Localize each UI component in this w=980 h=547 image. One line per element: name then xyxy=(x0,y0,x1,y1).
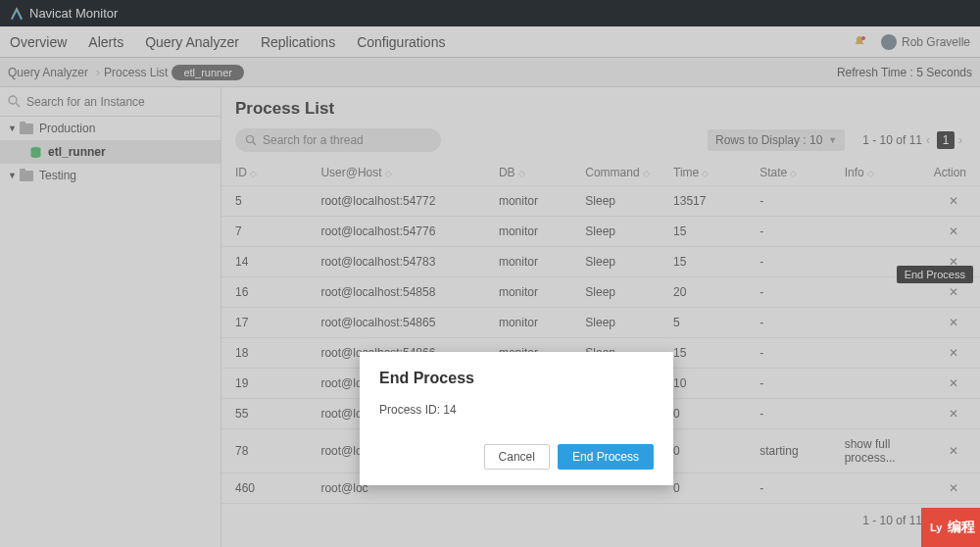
modal-title: End Process xyxy=(360,352,673,397)
end-process-button[interactable]: End Process xyxy=(558,444,654,470)
app-titlebar: Navicat Monitor xyxy=(0,0,980,26)
modal-footer: Cancel End Process xyxy=(360,444,673,485)
cancel-button[interactable]: Cancel xyxy=(484,444,550,470)
app-title: Navicat Monitor xyxy=(29,6,118,21)
end-process-modal: End Process Process ID: 14 Cancel End Pr… xyxy=(360,352,673,485)
watermark-text: 编程 xyxy=(948,519,975,536)
svg-text:Ly: Ly xyxy=(930,522,943,533)
app-logo-icon xyxy=(10,7,24,21)
modal-body: Process ID: 14 xyxy=(360,397,673,444)
watermark-logo: Ly 编程 xyxy=(921,508,980,547)
